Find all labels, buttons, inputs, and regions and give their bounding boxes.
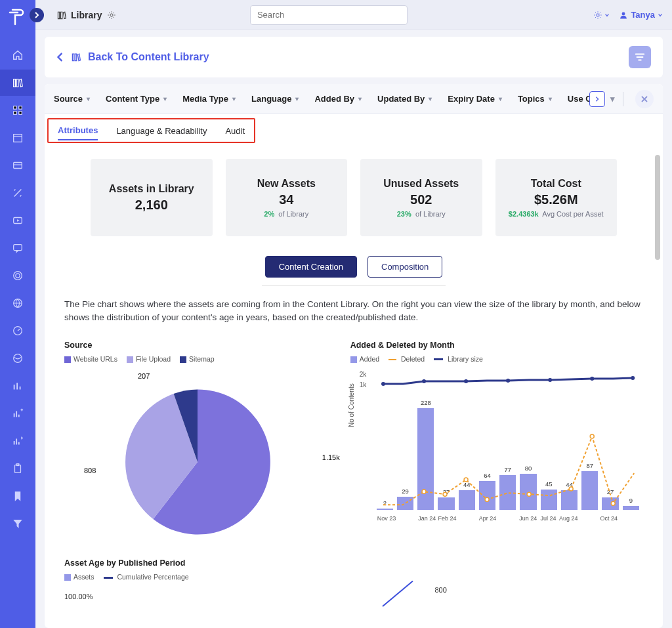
filter-media-type[interactable]: Media Type▾ <box>182 94 236 104</box>
bar-May-24: 77 <box>499 475 516 509</box>
main-area: Library Tanya <box>35 0 672 628</box>
card-sub: 2% of Library <box>264 210 308 218</box>
svg-rect-0 <box>14 106 17 110</box>
pie-chart-block: Source Website URLs File Upload Sitemap <box>64 341 331 539</box>
divider <box>262 285 446 286</box>
pie-label-a: 1.15k <box>322 453 340 461</box>
back-label: Back To Content Library <box>88 51 209 63</box>
topbar: Library Tanya <box>35 0 672 30</box>
bar-Jul-24: 45 <box>541 490 557 510</box>
user-icon <box>619 10 628 20</box>
rail-chart-add-icon[interactable] <box>0 400 35 427</box>
age-pct-label: 100.00% <box>64 593 93 600</box>
card-title: Assets in Library <box>109 183 194 195</box>
svg-rect-1 <box>19 106 22 110</box>
rail-target-icon[interactable] <box>0 262 35 289</box>
settings-dropdown-icon[interactable] <box>593 10 610 20</box>
rail-world-icon[interactable] <box>0 345 35 371</box>
rail-library-icon[interactable] <box>0 70 35 96</box>
cumulative-line <box>382 581 413 607</box>
svg-point-22 <box>597 13 599 16</box>
svg-rect-13 <box>14 245 22 251</box>
rail-play-icon[interactable] <box>0 207 35 234</box>
svg-point-23 <box>622 12 625 15</box>
card-title: Unused Assets <box>383 178 459 190</box>
back-link[interactable]: Back To Content Library <box>56 51 209 63</box>
rail-card-icon[interactable] <box>0 152 35 178</box>
y-axis-label: No of Contents <box>348 383 355 427</box>
filter-updated-by[interactable]: Updated By▾ <box>377 94 432 104</box>
card-sub: 23% of Library <box>397 210 446 218</box>
stat-cards: Assets in Library 2,160 New Assets 34 2%… <box>91 159 617 236</box>
tab-language-readability[interactable]: Language & Readability <box>116 122 207 140</box>
rail-barchart-icon[interactable] <box>0 373 35 399</box>
svg-rect-3 <box>19 112 22 115</box>
filter-expiry-date[interactable]: Expiry Date▾ <box>448 94 502 104</box>
tab-bar: Attributes Language & Readability Audit <box>47 118 255 143</box>
filter-source[interactable]: Source▾ <box>54 94 90 104</box>
x-axis: Nov 23Jan 24Feb 24Apr 24Jun 24Jul 24Aug … <box>377 515 639 522</box>
rail-globe-icon[interactable] <box>0 290 35 316</box>
rail-home-icon[interactable] <box>0 42 35 68</box>
bar-Nov-23: 2 <box>377 509 393 510</box>
rail-calendar-icon[interactable] <box>0 125 35 151</box>
card-title: New Assets <box>257 178 316 190</box>
filter-topics[interactable]: Topics▾ <box>518 94 552 104</box>
pie-label-b: 808 <box>84 467 96 474</box>
breadcrumb-label: Library <box>71 10 102 20</box>
breadcrumb: Library <box>56 10 116 20</box>
rail-bookmark-icon[interactable] <box>0 483 35 509</box>
rail-dashboard-icon[interactable] <box>0 318 35 344</box>
svg-point-18 <box>14 354 22 363</box>
rail-chart-export-icon[interactable] <box>0 428 35 454</box>
rail-funnel-icon[interactable] <box>0 511 35 537</box>
filter-added-by[interactable]: Added By▾ <box>314 94 362 104</box>
back-row: Back To Content Library <box>45 37 663 77</box>
svg-rect-8 <box>14 135 22 142</box>
app-logo <box>6 5 30 29</box>
toggle-composition[interactable]: Composition <box>368 256 442 278</box>
card-new-assets: New Assets 34 2% of Library <box>226 159 348 236</box>
side-rail <box>0 0 35 628</box>
bar-chart: No of Contents 2k 1k 2292282744647 <box>350 368 643 526</box>
tab-attributes[interactable]: Attributes <box>58 121 98 140</box>
card-unused-assets: Unused Assets 502 23% of Library <box>360 159 482 236</box>
user-name: Tanya <box>631 10 655 20</box>
rail-grid-icon[interactable] <box>0 97 35 123</box>
filter-language[interactable]: Language▾ <box>251 94 299 104</box>
search-input[interactable] <box>250 5 408 25</box>
bar-Sep-24: 87 <box>581 471 598 510</box>
tab-audit[interactable]: Audit <box>225 122 245 140</box>
user-menu[interactable]: Tanya <box>619 10 663 20</box>
age-val-label: 800 <box>434 586 446 594</box>
bar-Mar-24: 44 <box>459 490 475 510</box>
chart-title: Source <box>64 341 331 350</box>
bar-Dec-23: 29 <box>397 497 413 510</box>
filter-button[interactable] <box>629 46 651 68</box>
filter-scroll-right[interactable] <box>589 91 605 107</box>
scrollbar[interactable] <box>655 155 660 260</box>
rail-chat-icon[interactable] <box>0 235 35 261</box>
bar-chart-block: Added & Deleted by Month Added Deleted L… <box>350 341 643 539</box>
card-value: 502 <box>410 192 432 207</box>
rail-tools-icon[interactable] <box>0 180 35 206</box>
card-total-cost: Total Cost $5.26M $2.4363k Avg Cost per … <box>495 159 618 236</box>
gear-icon[interactable] <box>107 10 116 20</box>
card-sub: $2.4363k Avg Cost per Asset <box>509 210 604 218</box>
age-legend: Assets Cumulative Percentage <box>64 573 643 581</box>
card-value: $5.26M <box>534 192 578 207</box>
rail-expand-toggle[interactable] <box>30 8 44 22</box>
rail-clipboard-icon[interactable] <box>0 455 35 482</box>
pie-legend: Website URLs File Upload Sitemap <box>64 355 331 363</box>
scroll-body[interactable]: Assets in Library 2,160 New Assets 34 2%… <box>45 143 663 628</box>
chart-toggle: Content Creation Composition <box>64 256 643 278</box>
pie-chart <box>112 368 283 539</box>
main-panel: Source▾ Content Type▾ Media Type▾ Langua… <box>45 84 663 628</box>
bar-Aug-24: 44 <box>561 490 578 510</box>
filter-content-type[interactable]: Content Type▾ <box>106 94 167 104</box>
clear-filters-button[interactable] <box>635 90 654 108</box>
card-title: Total Cost <box>531 178 581 190</box>
toggle-content-creation[interactable]: Content Creation <box>265 256 357 278</box>
bar-Jan-24: 228 <box>417 408 434 510</box>
bar-Oct-24: 27 <box>602 497 618 509</box>
